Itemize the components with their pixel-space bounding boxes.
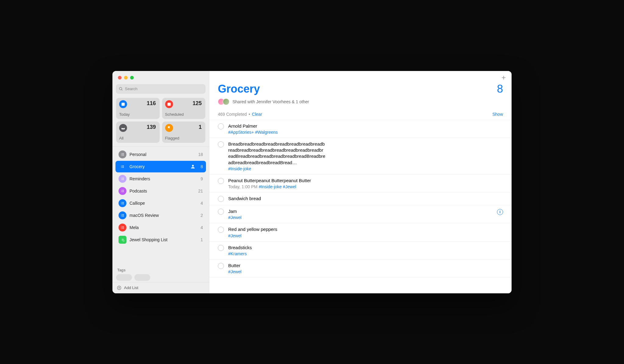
complete-checkbox[interactable] — [218, 141, 224, 147]
sidebar-list-item[interactable]: Reminders9 — [115, 173, 206, 185]
reminder-item[interactable]: Breadbreadbreadbreadbreadbreadbreadbread… — [209, 138, 512, 175]
smart-label: Flagged — [165, 136, 179, 140]
list-count: 4 — [200, 225, 203, 230]
search-field[interactable] — [116, 84, 205, 94]
reminder-tags[interactable]: #AppStories+ #Walgreens — [228, 130, 278, 135]
reminder-tags[interactable]: #Jewel — [228, 269, 242, 274]
calendar-today-icon — [119, 100, 127, 108]
smart-list-all[interactable]: 139 All — [116, 122, 160, 143]
info-button[interactable]: i — [497, 209, 503, 215]
svg-rect-32 — [122, 203, 124, 203]
svg-rect-15 — [122, 167, 124, 168]
shared-icon — [190, 164, 196, 169]
list-count: 1 — [200, 237, 203, 242]
reminders-list: Arnold Palmer#AppStories+ #WalgreensBrea… — [209, 120, 512, 293]
tag-pill[interactable] — [116, 274, 132, 281]
list-count: 8 — [200, 164, 203, 169]
svg-rect-44 — [122, 227, 124, 228]
main-panel: Grocery 8 Shared with Jennifer Voorhees … — [209, 71, 512, 293]
smart-label: Today — [119, 112, 130, 117]
complete-checkbox[interactable] — [218, 196, 224, 202]
list-name: Podcasts — [129, 189, 195, 193]
inbox-icon — [119, 124, 127, 132]
svg-rect-40 — [122, 216, 124, 216]
svg-rect-30 — [122, 202, 124, 202]
smart-list-flagged[interactable]: 1 Flagged — [162, 122, 206, 143]
list-icon — [119, 187, 126, 195]
reminder-tags[interactable]: #Jewel — [228, 215, 242, 220]
list-name: Jewel Shopping List — [129, 237, 197, 242]
reminder-title: Arnold Palmer — [228, 123, 326, 129]
add-list-button[interactable]: Add List — [112, 282, 209, 293]
close-window-button[interactable] — [118, 76, 122, 80]
svg-rect-42 — [122, 226, 124, 227]
smart-list-scheduled[interactable]: 125 Scheduled — [162, 98, 206, 119]
list-icon — [119, 211, 126, 219]
svg-point-25 — [121, 191, 122, 191]
svg-point-43 — [121, 227, 122, 228]
list-count: 9 — [200, 176, 203, 181]
new-reminder-button[interactable] — [500, 74, 507, 81]
complete-checkbox[interactable] — [218, 178, 224, 184]
svg-point-12 — [121, 166, 122, 167]
sidebar-list-item[interactable]: +Jewel Shopping List1 — [115, 234, 206, 246]
complete-checkbox[interactable] — [218, 123, 224, 129]
add-list-label: Add List — [124, 285, 138, 290]
my-lists: Personal18Grocery8Reminders9Podcasts21Ca… — [112, 147, 209, 266]
reminder-item[interactable]: Red and yellow peppers#Jewel — [209, 223, 512, 241]
shared-with-row[interactable]: Shared with Jennifer Voorhees & 1 other — [209, 98, 512, 109]
svg-rect-28 — [122, 192, 124, 192]
sidebar-list-item[interactable]: Grocery8 — [115, 161, 206, 172]
svg-rect-7 — [122, 154, 124, 154]
reminder-title: Breadsticks — [228, 245, 326, 251]
reminder-tags[interactable]: #Jewel — [228, 233, 242, 238]
complete-checkbox[interactable] — [218, 227, 224, 233]
smart-count: 125 — [193, 100, 202, 107]
reminder-tags[interactable]: #Inside-joke #Jewel — [259, 184, 296, 189]
svg-rect-18 — [122, 178, 124, 178]
sidebar-list-item[interactable]: Podcasts21 — [115, 185, 206, 197]
sidebar-list-item[interactable]: Mela4 — [115, 222, 206, 233]
smart-label: Scheduled — [165, 112, 184, 117]
list-icon — [119, 199, 126, 207]
reminder-item[interactable]: Jam#Jeweli — [209, 205, 512, 223]
reminder-item[interactable]: Butter#Jewel — [209, 260, 512, 277]
list-count: 21 — [198, 189, 203, 193]
search-input[interactable] — [125, 87, 203, 91]
svg-point-23 — [121, 190, 122, 190]
svg-rect-46 — [122, 228, 124, 228]
reminder-item[interactable]: Breadsticks#Kramers — [209, 242, 512, 260]
reminder-item[interactable]: Peanut Butterpeanut Butterpeanut ButterT… — [209, 175, 512, 193]
complete-checkbox[interactable] — [218, 245, 224, 251]
list-name: Calliope — [129, 201, 197, 206]
complete-checkbox[interactable] — [218, 209, 224, 215]
show-completed-button[interactable]: Show — [492, 112, 503, 117]
svg-point-0 — [119, 87, 122, 90]
svg-rect-22 — [122, 179, 124, 180]
smart-list-today[interactable]: 116 Today — [116, 98, 160, 119]
svg-point-19 — [121, 178, 122, 179]
reminder-item[interactable]: Sandwich bread — [209, 193, 512, 205]
reminder-tags[interactable]: #Inside-joke — [228, 166, 251, 171]
minimize-window-button[interactable] — [124, 76, 128, 80]
sidebar-list-item[interactable]: Calliope4 — [115, 197, 206, 209]
tag-pill[interactable] — [134, 274, 150, 281]
reminder-tags[interactable]: #Kramers — [228, 251, 247, 256]
list-name: Personal — [129, 152, 195, 157]
reminder-item[interactable]: Arnold Palmer#AppStories+ #Walgreens — [209, 120, 512, 138]
list-count: 2 — [200, 213, 203, 218]
maximize-window-button[interactable] — [130, 76, 134, 80]
svg-text:+: + — [123, 240, 124, 242]
sidebar-list-item[interactable]: macOS Review2 — [115, 210, 206, 221]
svg-rect-9 — [122, 155, 124, 155]
reminder-title: Sandwich bread — [228, 196, 326, 202]
svg-point-8 — [121, 155, 122, 156]
clear-completed-button[interactable]: Clear — [252, 112, 262, 117]
svg-rect-5 — [122, 153, 124, 154]
sidebar-list-item[interactable]: Personal18 — [115, 149, 206, 160]
search-icon — [119, 87, 123, 91]
svg-rect-2 — [122, 103, 125, 106]
svg-rect-26 — [122, 191, 124, 191]
complete-checkbox[interactable] — [218, 263, 224, 269]
completed-count: 469 Completed — [218, 112, 247, 117]
